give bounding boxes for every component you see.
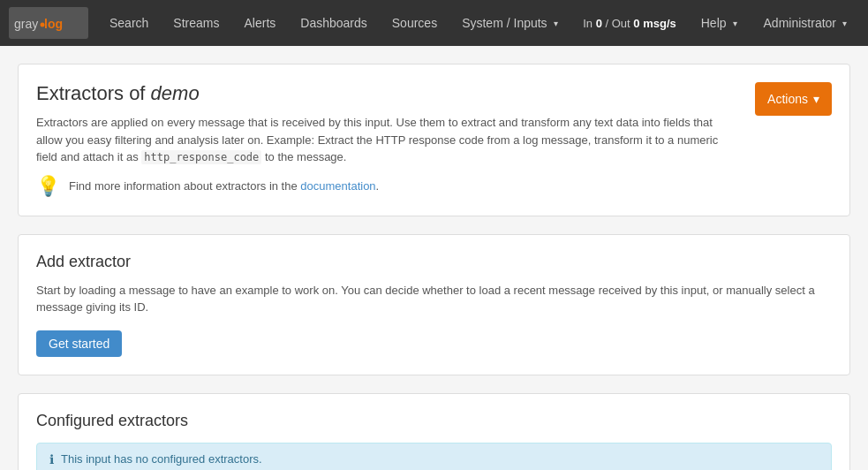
nav-dashboards[interactable]: Dashboards (288, 0, 380, 46)
brand-logo: gray log (9, 7, 88, 39)
description: Extractors are applied on every message … (36, 114, 725, 166)
add-extractor-description: Start by loading a message to have an ex… (36, 282, 832, 316)
graylog-logo: gray log (9, 7, 88, 39)
page-title: Extractors of demo (36, 82, 725, 105)
nav-streams[interactable]: Streams (161, 0, 231, 46)
nav-links: Search Streams Alerts Dashboards Sources… (97, 0, 572, 46)
admin-caret: ▾ (842, 19, 847, 28)
actions-caret-icon: ▾ (813, 92, 819, 106)
get-started-button[interactable]: Get started (36, 330, 122, 357)
nav-help[interactable]: Help ▾ (689, 0, 750, 46)
documentation-link[interactable]: documentation (300, 179, 375, 193)
configured-extractors-panel: Configured extractors ℹ This input has n… (18, 393, 850, 471)
main-content: Extractors of demo Extractors are applie… (0, 46, 868, 470)
stat-unit: msg/s (643, 17, 676, 30)
info-box: 💡 Find more information about extractors… (36, 175, 725, 198)
add-extractor-body: Add extractor Start by loading a message… (19, 235, 849, 375)
no-extractors-alert: ℹ This input has no configured extractor… (36, 443, 832, 471)
nav-sources[interactable]: Sources (380, 0, 449, 46)
add-extractor-panel: Add extractor Start by loading a message… (18, 234, 850, 375)
nav-alerts[interactable]: Alerts (231, 0, 288, 46)
configured-extractors-body: Configured extractors ℹ This input has n… (19, 394, 849, 471)
svg-point-3 (41, 23, 45, 27)
help-caret: ▾ (733, 19, 737, 28)
nav-search[interactable]: Search (97, 0, 161, 46)
nav-administrator[interactable]: Administrator ▾ (751, 0, 859, 46)
configured-extractors-title: Configured extractors (36, 412, 832, 430)
title-area: Extractors of demo Extractors are applie… (36, 82, 725, 198)
system-inputs-caret: ▾ (554, 19, 558, 28)
svg-text:log: log (44, 17, 63, 31)
info-text: Find more information about extractors i… (69, 179, 379, 193)
nav-system-inputs[interactable]: System / Inputs ▾ (449, 0, 570, 46)
in-count: 0 (596, 17, 602, 30)
add-extractor-title: Add extractor (36, 253, 832, 271)
message-stats: In 0 / Out 0 msg/s (572, 17, 687, 30)
actions-area: Actions ▾ (755, 82, 832, 116)
info-circle-icon: ℹ (49, 452, 54, 466)
out-count: 0 (633, 17, 639, 30)
svg-text:gray: gray (14, 17, 38, 31)
actions-button[interactable]: Actions ▾ (755, 82, 832, 116)
extractors-panel-body: Extractors of demo Extractors are applie… (19, 64, 849, 216)
lightbulb-icon: 💡 (36, 175, 60, 198)
extractors-panel: Extractors of demo Extractors are applie… (18, 64, 850, 216)
no-extractors-text: This input has no configured extractors. (61, 452, 262, 466)
nav-right: In 0 / Out 0 msg/s Help ▾ Administrator … (572, 0, 859, 46)
panel-title-row: Extractors of demo Extractors are applie… (36, 82, 832, 198)
navbar: gray log Search Streams Alerts Dashboard… (0, 0, 868, 46)
